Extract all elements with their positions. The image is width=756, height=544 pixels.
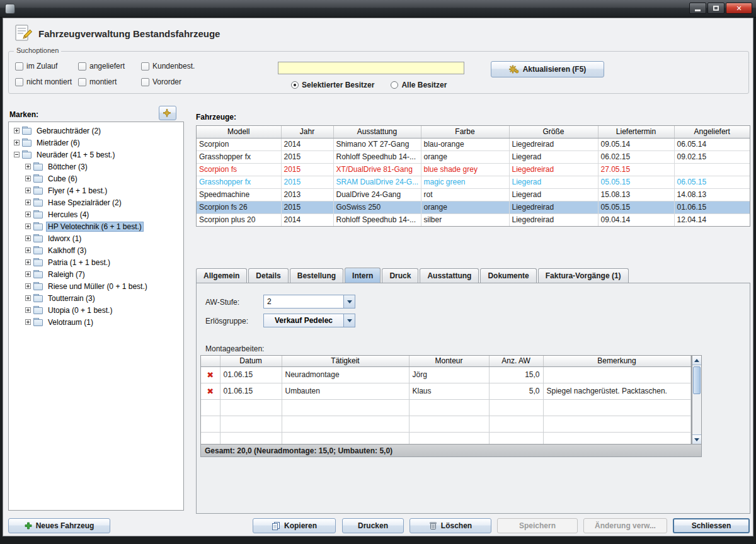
close-button[interactable]: ✕ — [726, 3, 752, 14]
expand-icon[interactable] — [25, 224, 31, 229]
delete-cell[interactable]: ✖ — [201, 366, 220, 383]
table-row[interactable]: Scorpion plus 202014Rohloff Speedhub 14-… — [197, 213, 750, 226]
column-header-jahr[interactable]: Jahr — [281, 126, 333, 138]
table-row[interactable]: Scorpion fs2015XT/DualDrive 81-Gangblue … — [197, 163, 750, 176]
tree-item-riese-und-muller-0-1-best[interactable]: Riese und Müller (0 + 1 best.) — [9, 280, 183, 292]
expand-icon[interactable] — [25, 295, 31, 301]
checkbox-kundenbest[interactable]: Kundenbest. — [141, 62, 210, 71]
close-dialog-button[interactable]: Schliessen — [673, 518, 750, 533]
dropdown-arrow-button[interactable] — [343, 295, 355, 308]
tab-allgemein[interactable]: Allgemein — [196, 268, 247, 283]
expand-icon[interactable] — [25, 212, 31, 217]
checkbox-box[interactable] — [15, 78, 23, 86]
delete-button[interactable]: Löschen — [410, 518, 491, 533]
montage-row[interactable]: ✖01.06.15UmbautenKlaus5,0Spiegel nachger… — [201, 383, 690, 399]
column-header-datum[interactable]: Datum — [220, 356, 282, 366]
tree-item-patria-1-1-best[interactable]: Patria (1 + 1 best.) — [9, 256, 183, 268]
checkbox-box[interactable] — [78, 78, 86, 86]
checkbox-box[interactable] — [141, 78, 149, 86]
maximize-button[interactable] — [707, 3, 724, 14]
tab-dokumente[interactable]: Dokumente — [480, 268, 536, 283]
tree-tool-button[interactable] — [159, 106, 176, 120]
montage-empty-row[interactable] — [201, 416, 690, 432]
checkbox-nicht-montiert[interactable]: nicht montiert — [15, 77, 78, 86]
tree-item-toutterrain-3[interactable]: Toutterrain (3) — [9, 292, 183, 304]
scrollbar-thumb[interactable] — [693, 366, 701, 394]
tree-item-velotraum-1[interactable]: Velotraum (1) — [9, 316, 183, 328]
radio-alle-besitzer[interactable]: Alle Besitzer — [391, 81, 447, 89]
tree-item-raleigh-7[interactable]: Raleigh (7) — [9, 268, 183, 280]
column-header-liefertermin[interactable]: Liefertermin — [598, 126, 674, 138]
expand-icon[interactable] — [25, 235, 31, 241]
column-header-delete[interactable] — [201, 356, 220, 366]
table-row[interactable]: Scorpion2014Shimano XT 27-Gangblau-orang… — [197, 138, 750, 150]
tree-item-flyer-4-1-best[interactable]: Flyer (4 + 1 best.) — [9, 184, 183, 196]
tab-intern[interactable]: Intern — [345, 268, 381, 283]
tree-item-hp-velotechnik-6-1-best[interactable]: HP Velotechnik (6 + 1 best.) — [9, 220, 183, 232]
column-header-anz-aw[interactable]: Anz. AW — [489, 356, 543, 366]
dropdown-arrow-button[interactable] — [343, 314, 355, 327]
tree-item-gebrauchtrader-2[interactable]: Gebrauchträder (2) — [9, 125, 183, 137]
new-vehicle-button[interactable]: Neues Fahrzeug — [8, 518, 110, 533]
column-header-tatigkeit[interactable]: Tätigkeit — [282, 356, 409, 366]
column-header-angeliefert[interactable]: Angeliefert — [674, 126, 750, 138]
erloesgruppe-dropdown[interactable]: Verkauf Pedelec — [263, 314, 355, 327]
expand-icon[interactable] — [14, 128, 20, 133]
expand-icon[interactable] — [25, 271, 31, 277]
expand-icon[interactable] — [25, 188, 31, 193]
montage-row[interactable]: ✖01.06.15NeuradmontageJörg15,0 — [201, 366, 690, 383]
tab-faktura-vorgange-1[interactable]: Faktura-Vorgänge (1) — [538, 268, 629, 283]
checkbox-box[interactable] — [15, 62, 23, 71]
tab-ausstattung[interactable]: Ausstattung — [420, 268, 479, 283]
column-header-farbe[interactable]: Farbe — [421, 126, 509, 138]
checkbox-angeliefert[interactable]: angeliefert — [78, 62, 141, 71]
tab-bestellung[interactable]: Bestellung — [290, 268, 343, 283]
minimize-button[interactable] — [689, 3, 706, 14]
titlebar[interactable]: ✕ — [0, 0, 756, 18]
tree-item-bottcher-3[interactable]: Böttcher (3) — [9, 161, 183, 173]
expand-icon[interactable] — [25, 247, 31, 253]
expand-icon[interactable] — [25, 259, 31, 265]
checkbox-box[interactable] — [141, 62, 149, 71]
checkbox-box[interactable] — [78, 62, 86, 71]
copy-button[interactable]: Kopieren — [253, 518, 336, 533]
print-button[interactable]: Drucken — [342, 518, 404, 533]
column-header-grosse[interactable]: Größe — [509, 126, 598, 138]
delete-row-icon[interactable]: ✖ — [207, 387, 214, 396]
expand-icon[interactable] — [25, 283, 31, 289]
montage-empty-row[interactable] — [201, 399, 690, 416]
expand-icon[interactable] — [25, 164, 31, 169]
radio-circle[interactable] — [291, 81, 299, 89]
column-header-ausstattung[interactable]: Ausstattung — [333, 126, 421, 138]
aw-stufe-dropdown[interactable]: 2 — [263, 295, 355, 309]
column-header-modell[interactable]: Modell — [197, 126, 281, 138]
radio-circle[interactable] — [391, 81, 398, 89]
checkbox-montiert[interactable]: montiert — [78, 77, 141, 86]
table-row[interactable]: Scorpion fs 262015GoSwiss 250orangeLiege… — [197, 201, 750, 213]
tree-item-idworx-1[interactable]: Idworx (1) — [9, 232, 183, 244]
delete-cell[interactable]: ✖ — [201, 383, 220, 399]
checkbox-vororder[interactable]: Vororder — [141, 77, 210, 86]
tree-item-kalkhoff-3[interactable]: Kalkhoff (3) — [9, 244, 183, 256]
expand-icon[interactable] — [25, 200, 31, 205]
collapse-icon[interactable] — [14, 152, 20, 157]
column-header-bemerkung[interactable]: Bemerkung — [543, 356, 690, 366]
refresh-button[interactable]: Aktualisieren (F5) — [491, 61, 604, 77]
montage-scrollbar[interactable] — [692, 355, 702, 445]
tree-item-mietrader-6[interactable]: Mieträder (6) — [9, 137, 183, 149]
radio-selektierter-besitzer[interactable]: Selektierter Besitzer — [291, 81, 374, 89]
tree-item-utopia-0-1-best[interactable]: Utopia (0 + 1 best.) — [9, 304, 183, 316]
tree-item-cube-6[interactable]: Cube (6) — [9, 173, 183, 184]
expand-icon[interactable] — [25, 176, 31, 181]
search-input[interactable] — [278, 62, 464, 74]
tab-details[interactable]: Details — [248, 268, 288, 283]
tree-item-neurader-41-5-best[interactable]: Neuräder (41 + 5 best.) — [9, 149, 183, 161]
tree-item-hercules-4[interactable]: Hercules (4) — [9, 208, 183, 220]
expand-icon[interactable] — [25, 307, 31, 313]
scroll-up-button[interactable] — [692, 356, 701, 365]
montage-empty-row[interactable] — [201, 432, 690, 445]
table-row[interactable]: Speedmachine2013DualDrive 24-GangrotLieg… — [197, 188, 750, 201]
scroll-down-button[interactable] — [692, 434, 701, 444]
tab-druck[interactable]: Druck — [382, 268, 418, 283]
delete-row-icon[interactable]: ✖ — [207, 370, 214, 380]
